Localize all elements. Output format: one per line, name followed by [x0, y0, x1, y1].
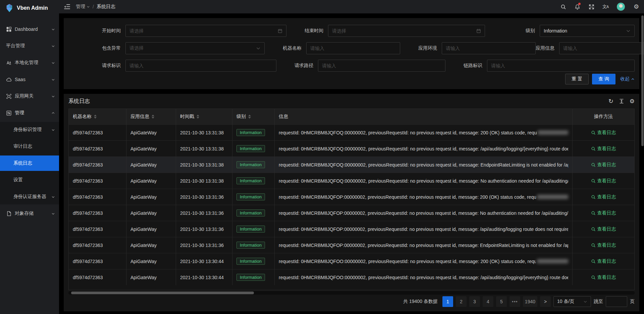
cell-machine-name: df5974d72363	[69, 205, 126, 221]
sidebar-item-label: 对象存储	[15, 210, 51, 216]
view-log-link[interactable]: 查看日志	[591, 130, 616, 136]
has-exception-label: 包含异常	[87, 45, 121, 51]
magnifier-icon	[591, 179, 596, 183]
sidebar-item-audit-logs[interactable]: 审计日志	[0, 139, 59, 154]
cell-timestamp: 2021-10-30 13:30:44	[176, 269, 232, 285]
start-time-label: 开始时间	[87, 28, 121, 34]
view-log-link[interactable]: 查看日志	[591, 274, 616, 280]
level-select[interactable]: Information	[540, 25, 635, 37]
column-header-timestamp[interactable]: 时间戳	[176, 109, 232, 124]
menu-fold-icon[interactable]	[64, 3, 70, 10]
magnifier-icon	[591, 211, 596, 215]
page-size-select[interactable]: 10 条/页	[553, 296, 591, 307]
app-logo[interactable]: Vben Admin	[0, 0, 59, 16]
level-badge: Information	[236, 145, 265, 152]
sidebar-item-localization-management[interactable]: 本地化管理	[0, 55, 59, 70]
chevron-down-icon	[256, 46, 261, 51]
cell-machine-name: df5974d72363	[69, 140, 126, 156]
search-icon[interactable]	[560, 4, 566, 10]
column-settings-icon[interactable]: ⚙	[630, 99, 635, 104]
column-header-level[interactable]: 级别	[232, 109, 275, 124]
cell-level: Information	[232, 140, 275, 156]
request-path-input[interactable]	[318, 60, 445, 72]
view-log-link[interactable]: 查看日志	[591, 194, 616, 200]
fullscreen-icon[interactable]	[588, 4, 594, 10]
system-log-panel: 系统日志 ↻ ⚙ 机器名称应用信息时间戳级别信息操作方法 df5974d7236…	[64, 94, 639, 311]
sidebar-item-identity-management[interactable]: 身份标识管理	[0, 122, 59, 137]
has-exception-select[interactable]: 请选择	[125, 42, 265, 54]
column-header-machine[interactable]: 机器名称	[69, 109, 126, 124]
column-header-app[interactable]: 应用信息	[126, 109, 176, 124]
app-info-input[interactable]	[559, 42, 644, 54]
jump-page-input[interactable]	[606, 296, 627, 307]
sidebar-item-object-storage[interactable]: 对象存储	[0, 206, 59, 221]
page-button-4[interactable]: 4	[483, 296, 493, 307]
translate-icon[interactable]: 文A	[602, 4, 608, 10]
view-log-label: 查看日志	[597, 178, 616, 184]
sidebar-item-saas[interactable]: Saas	[0, 72, 59, 87]
breadcrumb-section[interactable]: 管理	[76, 4, 90, 10]
view-log-link[interactable]: 查看日志	[591, 178, 616, 184]
chevron-down-icon	[51, 212, 55, 215]
notification-bell-icon[interactable]	[574, 4, 580, 10]
page-button-1[interactable]: 1	[442, 296, 453, 307]
table-row: df5974d72363ApiGateWay2021-10-30 13:31:3…	[69, 189, 634, 205]
app-root: Vben Admin Dashboard平台管理本地化管理Saas应用网关管理身…	[0, 0, 644, 314]
view-log-link[interactable]: 查看日志	[591, 210, 616, 216]
chevron-down-icon	[51, 44, 55, 48]
user-avatar[interactable]	[616, 2, 625, 11]
cell-action: 查看日志	[573, 140, 634, 156]
request-id-input[interactable]	[125, 60, 276, 72]
vertical-scrollbar-thumb[interactable]	[641, 15, 644, 146]
app-env-input[interactable]	[442, 42, 536, 54]
view-log-label: 查看日志	[597, 130, 616, 136]
cell-message: requestId: 0HMCRBM8JQFOO:00000002, previ…	[275, 269, 573, 285]
sidebar-item-dashboard[interactable]: Dashboard	[0, 21, 59, 37]
reset-button[interactable]: 重 置	[565, 74, 589, 84]
machine-name-input[interactable]	[306, 42, 400, 54]
log-message: requestId: 0HMCRBM8JQFOO:00000002, previ…	[279, 259, 536, 264]
machine-name-field: 机器名称	[273, 42, 400, 54]
horizontal-scrollbar-track[interactable]	[68, 291, 635, 295]
page-button-2[interactable]: 2	[456, 296, 467, 307]
settings-gear-icon[interactable]: ⚙	[633, 4, 639, 10]
pagination-ellipsis[interactable]: •••	[509, 296, 520, 307]
jump-suffix: 页	[630, 299, 635, 305]
sidebar-item-app-gateway[interactable]: 应用网关	[0, 88, 59, 104]
view-log-link[interactable]: 查看日志	[591, 242, 616, 248]
filter-row-1: 开始时间 结束时间	[68, 25, 635, 37]
page-button-3[interactable]: 3	[469, 296, 480, 307]
cell-message: requestId: 0HMCRBM8JQFOO:00000002, previ…	[275, 253, 573, 269]
sidebar-item-identity-server[interactable]: 身份认证服务器	[0, 189, 59, 204]
calendar-icon	[278, 28, 282, 33]
pagination-total: 共 19400 条数据	[403, 299, 438, 305]
sidebar-item-management[interactable]: 管理	[0, 105, 59, 121]
refresh-icon[interactable]: ↻	[608, 98, 613, 104]
sidebar-item-system-logs[interactable]: 系统日志	[0, 155, 59, 171]
breadcrumb: 管理 / 系统日志	[76, 4, 115, 10]
page-button-5[interactable]: 5	[496, 296, 507, 307]
table-row: df5974d72363ApiGateWay2021-10-30 13:31:3…	[69, 221, 634, 237]
trace-id-input[interactable]	[487, 60, 635, 72]
view-log-link[interactable]: 查看日志	[591, 146, 616, 152]
level-badge: Information	[236, 226, 265, 233]
request-id-label: 请求标识	[87, 63, 121, 69]
view-log-link[interactable]: 查看日志	[591, 258, 616, 264]
page-button-1940[interactable]: 1940	[523, 296, 537, 307]
collapse-link[interactable]: 收起	[620, 76, 635, 82]
table-row: df5974d72363ApiGateWay2021-10-30 13:31:3…	[69, 205, 634, 221]
cell-timestamp: 2021-10-30 13:31:38	[176, 140, 232, 156]
sidebar-item-settings[interactable]: 设置	[0, 172, 59, 188]
end-time-input[interactable]	[328, 25, 485, 37]
sidebar-item-platform-management[interactable]: 平台管理	[0, 38, 59, 54]
next-page-button[interactable]: >	[540, 296, 551, 307]
cell-machine-name: df5974d72363	[69, 237, 126, 253]
horizontal-scrollbar-thumb[interactable]	[71, 292, 254, 294]
start-time-input[interactable]	[125, 25, 286, 37]
view-log-link[interactable]: 查看日志	[591, 162, 616, 168]
magnifier-icon	[591, 163, 596, 167]
query-button[interactable]: 查 询	[592, 74, 615, 84]
cell-action: 查看日志	[573, 269, 634, 285]
view-log-link[interactable]: 查看日志	[591, 226, 616, 232]
row-height-icon[interactable]	[619, 99, 624, 104]
